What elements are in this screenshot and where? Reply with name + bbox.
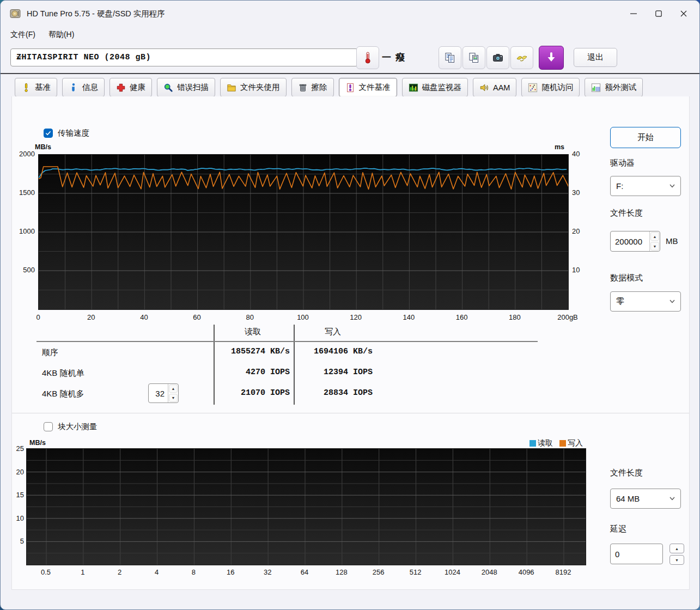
transfer-speed-chart	[38, 154, 569, 310]
legend-item: 写入	[559, 438, 583, 448]
spin-up-button[interactable]: ▲	[169, 385, 178, 393]
block-file-length-value: 64 MB	[616, 494, 640, 503]
axis-tick-label: 128	[325, 568, 358, 576]
axis-tick-label: 40	[572, 150, 588, 158]
legend-label: 写入	[568, 438, 583, 448]
file-benchmark-panel: 传输速度 MB/s ms 200015001000500 40302010 02…	[11, 96, 690, 590]
axis-tick-label: 2	[104, 568, 136, 576]
transfer-speed-label: 传输速度	[58, 128, 89, 138]
legend-label: 读取	[538, 438, 553, 448]
data-mode-dropdown[interactable]: 零	[610, 291, 681, 312]
tab-label: AAM	[493, 83, 510, 92]
drive-dropdown[interactable]: F:	[610, 176, 681, 196]
minimize-button[interactable]	[621, 1, 646, 27]
axis-tick-label: 15	[13, 491, 24, 499]
benchmark-icon	[21, 83, 31, 93]
axis-tick-label: 80	[234, 313, 266, 321]
axis-tick-label: 64	[288, 568, 321, 576]
tab-erase[interactable]: 擦除	[291, 78, 334, 97]
block-size-chart	[26, 448, 586, 565]
legend-swatch	[529, 440, 536, 447]
axis-tick-label: 140	[392, 313, 425, 321]
download-arrow-icon	[545, 52, 557, 64]
axis-tick-label: 512	[399, 568, 432, 576]
menu-file[interactable]: 文件(F)	[5, 28, 41, 41]
chevron-down-icon	[669, 184, 675, 188]
tab-strip: 基准信息健康错误扫描文件夹使用擦除文件基准磁盘监视器AAM随机访问额外测试	[15, 78, 694, 96]
maximize-button[interactable]	[646, 1, 671, 27]
temperature-unit: 癈	[395, 51, 405, 64]
chevron-down-icon	[669, 300, 675, 303]
data-mode-label: 数据模式	[610, 273, 643, 283]
chart2-y-unit: MB/s	[29, 439, 46, 447]
row-label-4kb-single: 4KB 随机单	[42, 368, 84, 379]
file-length-spin-buttons: ▲ ▼	[649, 231, 660, 251]
tab-label: 额外测试	[605, 82, 636, 93]
tab-health[interactable]: 健康	[109, 78, 152, 97]
tab-extra-tests[interactable]: 额外测试	[585, 78, 643, 97]
temperature-button[interactable]	[356, 46, 379, 69]
block-size-checkbox[interactable]	[44, 422, 53, 431]
drive-selector-value: ZHITAISPIRIT NEO (2048 gB)	[16, 53, 151, 62]
exit-button[interactable]: 退出	[574, 48, 617, 67]
axis-tick-label: 200gB	[551, 313, 584, 321]
axis-tick-label: 8	[177, 568, 210, 576]
drive-selector-dropdown[interactable]: ZHITAISPIRIT NEO (2048 gB)	[10, 48, 358, 66]
file-length-spinner[interactable]: 200000 ▲ ▼	[610, 231, 660, 252]
temperature-value: 一	[382, 51, 391, 64]
tab-random-access[interactable]: 随机访问	[521, 78, 580, 97]
axis-tick-label: 40	[127, 313, 160, 321]
row-label-4kb-multi: 4KB 随机多	[42, 389, 84, 399]
axis-tick-label: 1024	[436, 568, 468, 576]
tab-aam[interactable]: AAM	[473, 78, 516, 97]
thermometer-icon	[362, 51, 373, 64]
file-length-value: 200000	[611, 231, 649, 251]
legend-swatch	[559, 440, 566, 447]
axis-tick-label: 10	[13, 514, 24, 522]
tab-folder-usage[interactable]: 文件夹使用	[220, 78, 287, 97]
delay-value: 0	[611, 544, 662, 564]
axis-tick-label: 10	[572, 266, 588, 274]
queue-depth-spin-buttons: ▲ ▼	[168, 384, 178, 402]
folder-usage-icon	[227, 83, 236, 93]
menu-bar: 文件(F) 帮助(H)	[1, 27, 699, 43]
transfer-speed-checkbox-row: 传输速度	[44, 128, 89, 138]
delay-spin-down-button[interactable]: ▼	[669, 555, 684, 565]
queue-depth-spinner[interactable]: 32 ▲ ▼	[148, 383, 179, 403]
start-button[interactable]: 开始	[610, 127, 681, 148]
block-file-length-label: 文件长度	[610, 468, 643, 478]
axis-tick-label: 2048	[473, 568, 506, 576]
transfer-speed-checkbox[interactable]	[44, 129, 53, 138]
tab-label: 信息	[82, 82, 98, 93]
hands-icon	[516, 52, 528, 64]
close-button[interactable]	[671, 1, 696, 27]
block-file-length-dropdown[interactable]: 64 MB	[610, 489, 681, 509]
tab-error-scan[interactable]: 错误扫描	[157, 78, 215, 97]
chart1-y-left-unit: MB/s	[35, 143, 51, 151]
tab-disk-monitor[interactable]: 磁盘监视器	[402, 78, 468, 97]
4kb-multi-write-value: 28834 IOPS	[275, 388, 373, 398]
spin-down-button[interactable]: ▼	[169, 394, 178, 402]
desktop: HD Tune Pro 5.75 - 硬盘/SSD 实用程序 文件(F) 帮助(…	[0, 0, 700, 610]
save-results-button[interactable]	[539, 46, 564, 70]
donate-button[interactable]	[510, 46, 533, 69]
table-header-rule	[36, 341, 538, 342]
delay-input[interactable]: 0	[610, 544, 663, 564]
tab-label: 文件基准	[359, 82, 391, 93]
tab-info[interactable]: 信息	[62, 78, 105, 97]
camera-icon	[492, 52, 504, 64]
extra-tests-icon	[591, 83, 601, 93]
spin-down-button[interactable]: ▼	[650, 242, 659, 251]
delay-label: 延迟	[610, 524, 626, 534]
copy-text-button[interactable]	[439, 46, 461, 69]
axis-tick-label: 180	[498, 313, 531, 321]
copy-image-icon	[468, 52, 480, 64]
tab-benchmark[interactable]: 基准	[15, 78, 57, 97]
tab-file-benchmark[interactable]: 文件基准	[339, 78, 397, 97]
menu-help[interactable]: 帮助(H)	[43, 28, 80, 41]
spin-up-button[interactable]: ▲	[650, 232, 659, 241]
delay-spin-up-button[interactable]: ▲	[669, 544, 684, 553]
screenshot-button[interactable]	[486, 46, 509, 69]
copy-image-button[interactable]	[462, 46, 485, 69]
erase-icon	[298, 83, 308, 93]
